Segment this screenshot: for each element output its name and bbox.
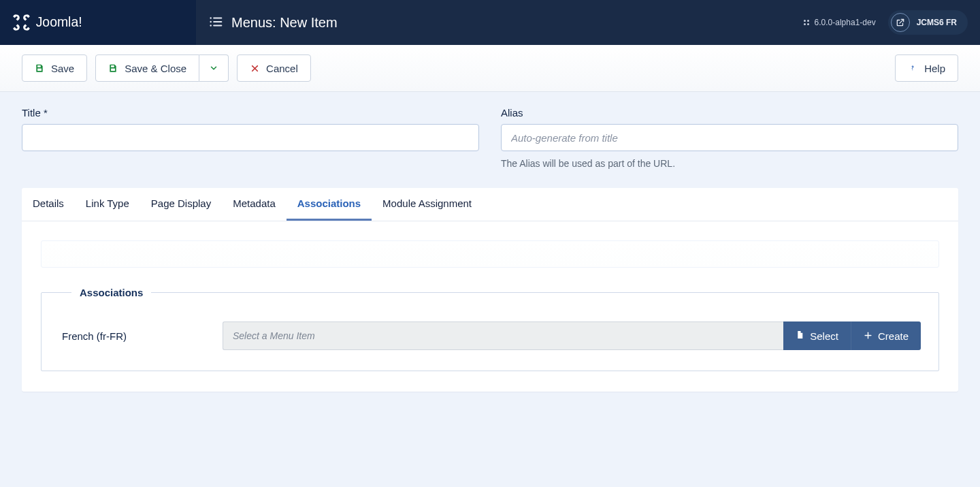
alias-label: Alias bbox=[501, 107, 958, 119]
tab-module-assignment[interactable]: Module Assignment bbox=[372, 188, 483, 221]
tab-content-associations: Associations French (fr-FR) Select bbox=[22, 221, 958, 392]
chevron-down-icon bbox=[209, 63, 218, 73]
title-label: Title * bbox=[22, 107, 479, 119]
site-badge[interactable]: JCMS6 FR bbox=[888, 10, 968, 35]
list-icon bbox=[208, 14, 223, 31]
association-row: French (fr-FR) Select Create bbox=[59, 321, 921, 350]
association-create-button[interactable]: Create bbox=[851, 321, 921, 350]
alias-hint: The Alias will be used as part of the UR… bbox=[501, 158, 958, 169]
svg-text:Joomla!: Joomla! bbox=[36, 14, 82, 29]
alias-input[interactable] bbox=[501, 124, 958, 151]
form-heading-fields: Title * Alias The Alias will be used as … bbox=[0, 92, 980, 169]
svg-point-1 bbox=[210, 17, 211, 18]
save-icon bbox=[35, 63, 44, 73]
brand-logo[interactable]: Joomla! bbox=[0, 0, 196, 45]
page-title: Menus: New Item bbox=[231, 15, 338, 31]
tabs-card: Details Link Type Page Display Metadata … bbox=[22, 188, 958, 392]
close-icon bbox=[250, 63, 259, 73]
tab-metadata[interactable]: Metadata bbox=[222, 188, 287, 221]
save-dropdown-button[interactable] bbox=[199, 54, 229, 82]
save-icon bbox=[108, 63, 118, 73]
site-badge-label: JCMS6 FR bbox=[917, 18, 957, 27]
tab-link-type[interactable]: Link Type bbox=[75, 188, 140, 221]
question-icon bbox=[908, 63, 917, 73]
association-language-label: French (fr-FR) bbox=[59, 330, 223, 342]
file-icon bbox=[796, 330, 804, 342]
toolbar: Save Save & Close Cancel bbox=[0, 45, 980, 92]
svg-point-9 bbox=[804, 23, 806, 25]
tab-details[interactable]: Details bbox=[22, 188, 75, 221]
association-select-button[interactable]: Select bbox=[783, 321, 851, 350]
external-link-icon bbox=[891, 13, 910, 32]
title-field-wrap: Title * bbox=[22, 107, 479, 169]
cancel-button[interactable]: Cancel bbox=[237, 54, 311, 82]
svg-point-2 bbox=[210, 20, 211, 22]
tabs: Details Link Type Page Display Metadata … bbox=[22, 188, 958, 221]
svg-point-10 bbox=[807, 23, 809, 25]
save-close-button[interactable]: Save & Close bbox=[95, 54, 199, 82]
notice-bar bbox=[41, 240, 939, 268]
plus-icon bbox=[864, 330, 872, 342]
tab-page-display[interactable]: Page Display bbox=[140, 188, 222, 221]
associations-legend: Associations bbox=[71, 287, 151, 298]
version-label: 6.0.0-alpha1-dev bbox=[802, 18, 876, 27]
alias-field-wrap: Alias The Alias will be used as part of … bbox=[501, 107, 958, 169]
save-button[interactable]: Save bbox=[22, 54, 87, 82]
title-input[interactable] bbox=[22, 124, 479, 151]
svg-point-3 bbox=[210, 25, 211, 26]
help-button[interactable]: Help bbox=[895, 54, 958, 82]
associations-fieldset: Associations French (fr-FR) Select bbox=[41, 287, 939, 371]
svg-point-8 bbox=[807, 20, 809, 22]
svg-point-7 bbox=[804, 20, 806, 22]
tab-associations[interactable]: Associations bbox=[287, 188, 372, 221]
association-menu-item-input[interactable] bbox=[223, 321, 783, 350]
top-band: Joomla! Menus: New Item 6.0.0-alpha1- bbox=[0, 0, 980, 45]
page-header: Menus: New Item 6.0.0-alpha1-dev JCMS6 F… bbox=[196, 0, 980, 45]
